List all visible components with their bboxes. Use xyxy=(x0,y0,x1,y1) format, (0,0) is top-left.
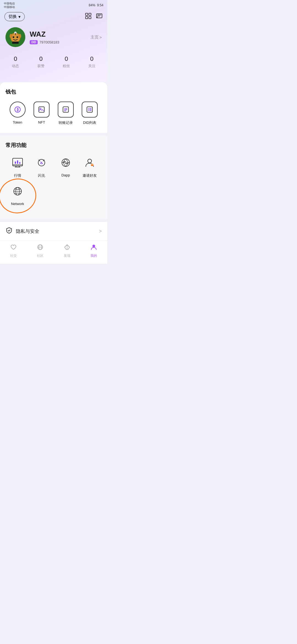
svg-point-50 xyxy=(92,245,95,247)
svg-rect-12 xyxy=(12,42,19,44)
token-icon: ₿ xyxy=(10,102,26,118)
stat-following-label: 关注 xyxy=(88,64,95,69)
homepage-label: 主页 xyxy=(90,35,99,40)
profile-info: WAZ DID 7970058183 xyxy=(30,30,86,44)
svg-rect-17 xyxy=(39,107,44,112)
network-icon xyxy=(10,184,25,199)
market-icon xyxy=(10,155,25,170)
wallet-token[interactable]: ₿ Token xyxy=(6,102,30,125)
features-grid: 行情 闪兑 xyxy=(6,155,102,211)
nav-discover[interactable]: 发现 xyxy=(54,244,81,258)
homepage-arrow: > xyxy=(99,35,102,40)
message-icon[interactable] xyxy=(96,12,103,21)
market-label: 行情 xyxy=(14,173,21,178)
did-badge: DID xyxy=(30,40,38,44)
feature-market[interactable]: 行情 xyxy=(6,155,30,178)
features-section: 常用功能 行情 xyxy=(0,136,107,219)
nav-mine[interactable]: 我的 xyxy=(81,244,108,258)
dapp-icon xyxy=(58,155,73,170)
stat-likes-number: 0 xyxy=(37,55,45,62)
grid-icon[interactable] xyxy=(85,12,92,21)
carrier2: 中国移动 xyxy=(4,5,15,9)
flash-label: 闪兑 xyxy=(38,173,45,178)
svg-rect-0 xyxy=(86,13,88,15)
homepage-link[interactable]: 主页 > xyxy=(90,35,102,40)
wallet-title: 钱包 xyxy=(6,88,102,95)
profile-section: WAZ DID 7970058183 主页 > xyxy=(0,24,107,53)
switch-button[interactable]: 切换 ▾ xyxy=(4,12,25,21)
wallet-transfer[interactable]: 转账记录 xyxy=(54,102,78,125)
feature-dapp[interactable]: Dapp xyxy=(54,155,78,178)
svg-rect-36 xyxy=(17,160,18,164)
social-label: 社交 xyxy=(10,253,17,258)
token-label: Token xyxy=(13,120,22,124)
nft-icon xyxy=(34,102,50,118)
profile-name: WAZ xyxy=(30,30,86,39)
community-label: 社区 xyxy=(37,253,43,258)
feature-invite[interactable]: 邀请好友 xyxy=(78,155,102,178)
svg-point-8 xyxy=(13,36,14,38)
privacy-section[interactable]: 隐私与安全 > xyxy=(0,222,107,241)
dapp-label: Dapp xyxy=(61,173,70,177)
privacy-shield-icon xyxy=(6,227,13,236)
wallet-section: 钱包 ₿ Token NFT xyxy=(0,82,107,133)
stat-followers-label: 粉丝 xyxy=(63,64,70,69)
svg-point-9 xyxy=(16,36,18,38)
nft-label: NFT xyxy=(38,120,45,124)
carrier1: 中国电信 xyxy=(4,2,15,5)
network-label: Network xyxy=(11,202,24,206)
transfer-icon xyxy=(58,102,74,118)
did-row: DID 7970058183 xyxy=(30,40,86,44)
discover-icon xyxy=(64,244,71,252)
svg-point-11 xyxy=(18,34,21,38)
invite-icon xyxy=(82,155,97,170)
svg-rect-35 xyxy=(15,162,16,164)
svg-point-42 xyxy=(91,163,94,166)
community-icon xyxy=(37,244,44,252)
wallet-nft[interactable]: NFT xyxy=(30,102,54,125)
stat-posts-label: 动态 xyxy=(12,64,19,69)
stat-following[interactable]: 0 关注 xyxy=(88,55,95,69)
svg-rect-2 xyxy=(86,17,88,19)
top-icon-group xyxy=(85,12,103,21)
did-number: 7970058183 xyxy=(39,40,59,44)
time: 9:54 xyxy=(97,3,103,7)
stats-row: 0 动态 0 获赞 0 粉丝 0 关注 xyxy=(0,53,107,74)
feature-flash[interactable]: 闪兑 xyxy=(30,155,54,178)
svg-rect-37 xyxy=(19,162,20,164)
stat-followers[interactable]: 0 粉丝 xyxy=(63,55,70,69)
flash-icon xyxy=(34,155,49,170)
wallet-grid: ₿ Token NFT xyxy=(6,102,102,125)
stat-posts-number: 0 xyxy=(12,55,19,62)
svg-point-40 xyxy=(65,162,66,163)
nav-community[interactable]: 社区 xyxy=(27,244,54,258)
privacy-arrow: > xyxy=(99,228,102,234)
mine-icon xyxy=(90,244,97,252)
status-bar: 中国电信 中国移动 84% 9:54 xyxy=(0,0,107,10)
feature-network[interactable]: Network xyxy=(6,184,30,206)
stat-likes-label: 获赞 xyxy=(37,64,45,69)
svg-rect-3 xyxy=(89,17,91,19)
features-title: 常用功能 xyxy=(6,142,102,149)
battery: 84% xyxy=(89,3,95,7)
bottom-nav: 社交 社区 发现 我的 xyxy=(0,241,107,264)
stat-followers-number: 0 xyxy=(63,55,70,62)
social-icon xyxy=(10,244,17,252)
stat-following-number: 0 xyxy=(88,55,95,62)
privacy-left: 隐私与安全 xyxy=(6,227,39,236)
stat-posts[interactable]: 0 动态 xyxy=(12,55,19,69)
svg-text:₿: ₿ xyxy=(16,108,18,112)
svg-rect-1 xyxy=(89,13,91,15)
nav-social[interactable]: 社交 xyxy=(0,244,27,258)
svg-point-10 xyxy=(10,34,12,38)
dropdown-icon: ▾ xyxy=(18,14,21,19)
stat-likes[interactable]: 0 获赞 xyxy=(37,55,45,69)
discover-label: 发现 xyxy=(64,253,70,258)
invite-label: 邀请好友 xyxy=(82,173,97,178)
privacy-text: 隐私与安全 xyxy=(16,228,39,234)
mine-label: 我的 xyxy=(90,253,97,258)
avatar[interactable] xyxy=(6,27,25,47)
system-status: 84% 9:54 xyxy=(89,3,103,7)
transfer-label: 转账记录 xyxy=(59,120,73,125)
wallet-did-list[interactable]: DID列表 xyxy=(78,102,102,125)
